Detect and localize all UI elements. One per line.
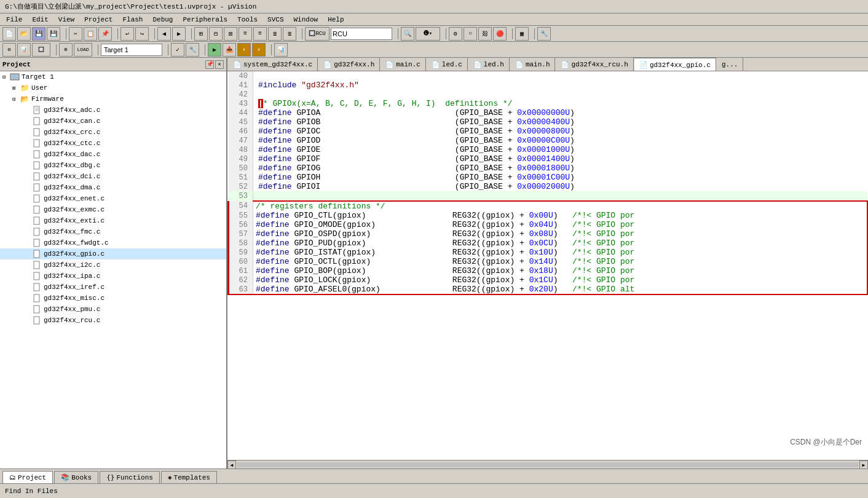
code-hscroll[interactable]: ◀ ▶ — [227, 460, 868, 468]
hscroll-right[interactable]: ▶ — [859, 460, 868, 468]
tree-file-adc[interactable]: gd32f4xx_adc.c — [0, 105, 226, 116]
tb-redo[interactable]: ↪ — [135, 27, 149, 41]
tb-b11[interactable]: ○ — [464, 27, 477, 41]
bottom-tab-project[interactable]: 🗂 Project — [2, 471, 53, 483]
tb2-b6[interactable]: ✓ — [171, 43, 184, 57]
line-code-58[interactable]: #define GPIO_PUD(gpiox) REG32((gpiox) + … — [253, 239, 868, 248]
tree-file-dci[interactable]: gd32f4xx_dci.c — [0, 171, 226, 182]
line-code-61[interactable]: #define GPIO_BOP(gpiox) REG32((gpiox) + … — [253, 266, 868, 275]
menu-view[interactable]: View — [53, 15, 79, 25]
tb-cut[interactable]: ✂ — [69, 27, 82, 41]
menu-help[interactable]: Help — [323, 15, 349, 25]
sidebar-tree[interactable]: ⊟ Target 1 ⊞ 📁 User ⊟ 📂 Firmware — [0, 71, 226, 468]
tb-b3[interactable]: ⊠ — [224, 27, 237, 41]
tree-file-exti[interactable]: gd32f4xx_exti.c — [0, 215, 226, 226]
menu-flash[interactable]: Flash — [117, 15, 148, 25]
tree-file-i2c[interactable]: gd32f4xx_i2c.c — [0, 259, 226, 271]
expand-firmware[interactable]: ⊟ — [12, 96, 18, 103]
tab-mainh[interactable]: 📄 main.h — [510, 58, 556, 71]
menu-file[interactable]: File — [1, 15, 27, 25]
tree-file-rcu[interactable]: gd32f4xx_rcu.c — [0, 315, 226, 326]
tb-b4[interactable]: ≡ — [239, 27, 252, 41]
tree-file-pmu[interactable]: gd32f4xx_pmu.c — [0, 304, 226, 315]
tab-system[interactable]: 📄 system_gd32f4xx.c — [227, 58, 318, 71]
line-code-52[interactable]: #define GPIOI (GPIO_BASE + 0x00002000U) — [253, 182, 868, 191]
tb-b13[interactable]: 🔴 — [493, 27, 507, 41]
tree-file-enet[interactable]: gd32f4xx_enet.c — [0, 193, 226, 204]
line-code-56[interactable]: #define GPIO_OMODE(gpiox) REG32((gpiox) … — [253, 220, 868, 229]
line-code-60[interactable]: #define GPIO_OCTL(gpiox) REG32((gpiox) +… — [253, 257, 868, 266]
tab-ledc[interactable]: 📄 led.c — [426, 58, 468, 71]
tb-rcu[interactable]: 🔲RCU — [305, 27, 329, 41]
tree-target1[interactable]: ⊟ Target 1 — [0, 71, 226, 82]
line-code-46[interactable]: #define GPIOC (GPIO_BASE + 0x00000800U) — [253, 127, 868, 136]
line-code-42[interactable] — [253, 90, 868, 99]
tree-file-fmc[interactable]: gd32f4xx_fmc.c — [0, 226, 226, 237]
tb2-b2[interactable]: 📊 — [17, 43, 31, 57]
bottom-tab-books[interactable]: 📚 Books — [54, 471, 98, 483]
tb-paste[interactable]: 📌 — [98, 27, 112, 41]
tab-gd32h[interactable]: 📄 gd32f4xx.h — [318, 58, 380, 71]
tab-rcuh[interactable]: 📄 gd32f4xx_rcu.h — [555, 58, 633, 71]
line-code-49[interactable]: #define GPIOF (GPIO_BASE + 0x00001400U) — [253, 154, 868, 164]
sidebar-close[interactable]: ✕ — [215, 60, 224, 69]
tab-mainc[interactable]: 📄 main.c — [380, 58, 426, 71]
line-code-44[interactable]: #define GPIOA (GPIO_BASE + 0x00000000U) — [253, 108, 868, 117]
sidebar-pin[interactable]: 📌 — [205, 60, 214, 69]
tree-file-can[interactable]: gd32f4xx_can.c — [0, 116, 226, 127]
line-code-48[interactable]: #define GPIOE (GPIO_BASE + 0x00001000U) — [253, 145, 868, 154]
tb2-b10[interactable]: ⚡ — [237, 43, 251, 57]
tb-save2[interactable]: 💾 — [47, 27, 60, 41]
line-code-63[interactable]: #define GPIO_AFSEL0(gpiox) REG32((gpiox)… — [253, 285, 868, 294]
tb-undo[interactable]: ↩ — [120, 27, 134, 41]
line-code-50[interactable]: #define GPIOG (GPIO_BASE + 0x00001800U) — [253, 164, 868, 173]
tb2-b8[interactable]: ▶ — [208, 43, 221, 57]
menu-peripherals[interactable]: Peripherals — [178, 15, 232, 25]
tb-b12[interactable]: ⛓ — [478, 27, 492, 41]
menu-edit[interactable]: Edit — [27, 15, 53, 25]
tree-firmware[interactable]: ⊟ 📂 Firmware — [0, 93, 226, 105]
expand-user[interactable]: ⊞ — [12, 85, 18, 92]
menu-project[interactable]: Project — [79, 15, 117, 25]
tree-file-exmc[interactable]: gd32f4xx_exmc.c — [0, 204, 226, 215]
tb-b7[interactable]: ≣ — [283, 27, 296, 41]
line-code-41[interactable]: #include "gd32f4xx.h" — [253, 81, 868, 90]
tab-more[interactable]: g... — [716, 58, 743, 71]
tab-gpioc[interactable]: 📄 gd32f4xx_gpio.c — [634, 58, 716, 71]
tb2-b7[interactable]: 🔧 — [186, 43, 199, 57]
tb-save[interactable]: 💾 — [32, 27, 45, 41]
tb2-b3[interactable]: 🔲 — [32, 43, 50, 57]
tb2-b1[interactable]: ⚙ — [2, 43, 16, 57]
tb-back[interactable]: ◀ — [157, 27, 171, 41]
line-code-59[interactable]: #define GPIO_ISTAT(gpiox) REG32((gpiox) … — [253, 248, 868, 257]
line-code-45[interactable]: #define GPIOB (GPIO_BASE + 0x00000400U) — [253, 117, 868, 127]
tb2-b9[interactable]: 📥 — [223, 43, 236, 57]
tb2-b11[interactable]: ⚡ — [252, 43, 266, 57]
tb-b1[interactable]: ⊞ — [194, 27, 208, 41]
line-code-47[interactable]: #define GPIOD (GPIO_BASE + 0x00000C00U) — [253, 136, 868, 145]
tree-file-dac[interactable]: gd32f4xx_dac.c — [0, 149, 226, 160]
tree-file-dma[interactable]: gd32f4xx_dma.c — [0, 182, 226, 193]
tree-user[interactable]: ⊞ 📁 User — [0, 82, 226, 93]
line-code-43[interactable]: |* GPIOx(x=A, B, C, D, E, F, G, H, I) de… — [253, 99, 868, 108]
tree-file-iref[interactable]: gd32f4xx_iref.c — [0, 282, 226, 293]
tb-b2[interactable]: ⊟ — [209, 27, 223, 41]
tb-copy[interactable]: 📋 — [84, 27, 97, 41]
tb-b9[interactable]: 🅠▾ — [416, 27, 440, 41]
tb2-b5[interactable]: LOAD — [74, 43, 92, 57]
line-code-62[interactable]: #define GPIO_LOCK(gpiox) REG32((gpiox) +… — [253, 275, 868, 285]
tb-new[interactable]: 📄 — [2, 27, 16, 41]
line-code-55[interactable]: #define GPIO_CTL(gpiox) REG32((gpiox) + … — [253, 211, 868, 220]
tree-file-fwdgt[interactable]: gd32f4xx_fwdgt.c — [0, 237, 226, 248]
tree-file-dbg[interactable]: gd32f4xx_dbg.c — [0, 160, 226, 171]
line-code-40[interactable] — [253, 71, 868, 81]
target-input[interactable] — [101, 44, 162, 56]
menu-tools[interactable]: Tools — [232, 15, 262, 25]
tab-ledh[interactable]: 📄 led.h — [468, 58, 510, 71]
tb-b6[interactable]: ≣ — [268, 27, 282, 41]
tree-file-crc[interactable]: gd32f4xx_crc.c — [0, 127, 226, 138]
tb-b10[interactable]: ⚙ — [449, 27, 462, 41]
bottom-tab-templates[interactable]: ◈ Templates — [161, 471, 217, 483]
line-code-51[interactable]: #define GPIOH (GPIO_BASE + 0x00001C00U) — [253, 173, 868, 182]
expand-target1[interactable]: ⊟ — [2, 74, 9, 81]
